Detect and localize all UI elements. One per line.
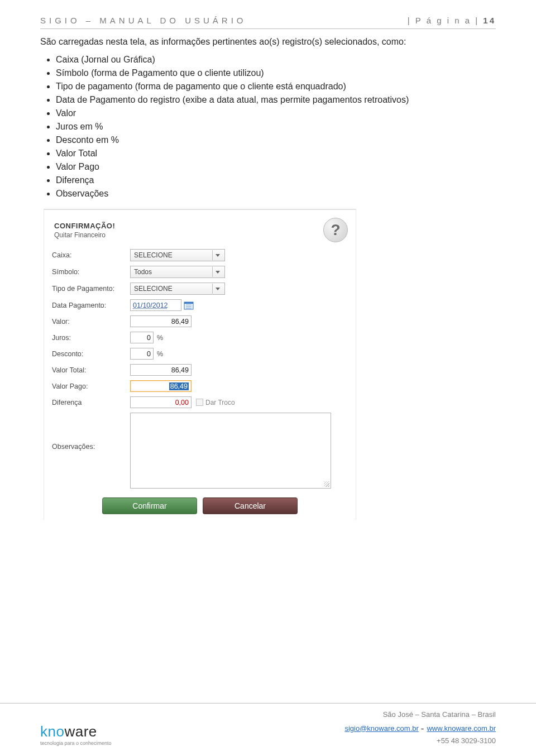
label-caixa: Caixa:	[52, 251, 130, 259]
dar-troco-checkbox[interactable]: Dar Troco	[196, 399, 235, 406]
list-item: Valor Pago	[56, 162, 496, 172]
chevron-down-icon	[216, 254, 220, 257]
page-header: SIGIO – MANUAL DO USUÁRIO | P á g i n a …	[40, 16, 496, 29]
label-valor: Valor:	[52, 318, 130, 326]
valor-pago-value: 86,49	[169, 382, 189, 390]
checkbox-icon	[196, 399, 203, 406]
percent-label: %	[157, 350, 163, 358]
calendar-icon[interactable]	[184, 300, 194, 310]
caixa-select-value: SELECIONE	[134, 251, 173, 259]
header-page-number: 14	[483, 16, 496, 25]
label-simbolo: Símbolo:	[52, 268, 130, 276]
chevron-down-icon	[216, 288, 220, 290]
confirmar-button[interactable]: Confirmar	[102, 497, 197, 514]
dar-troco-label: Dar Troco	[205, 399, 235, 406]
list-item: Diferença	[56, 175, 496, 185]
form-title: CONFIRMAÇÃO!	[54, 222, 115, 230]
simbolo-select[interactable]: Todos	[130, 266, 225, 278]
footer-address: São José – Santa Catarina – Brasil	[344, 709, 496, 720]
confirmation-form: CONFIRMAÇÃO! Quitar Financeiro ? Caixa: …	[44, 209, 356, 520]
diferenca-value: 0,00	[130, 396, 192, 408]
list-item: Símbolo (forma de Pagamento que o client…	[56, 68, 496, 78]
brand-part2: ware	[64, 723, 97, 740]
field-list: Caixa (Jornal ou Gráfica) Símbolo (forma…	[56, 55, 496, 199]
tipo-pagamento-select[interactable]: SELECIONE	[130, 283, 225, 295]
brand-logo: knoware tecnologia para o conhecimento	[40, 723, 112, 746]
list-item: Juros em %	[56, 122, 496, 132]
label-valor-pago: Valor Pago:	[52, 382, 130, 390]
footer-site-link[interactable]: www.knoware.com.br	[427, 724, 496, 733]
caixa-select[interactable]: SELECIONE	[130, 249, 225, 261]
chevron-down-icon	[216, 271, 220, 274]
form-subtitle: Quitar Financeiro	[54, 231, 115, 239]
footer-separator: -	[420, 723, 427, 734]
brand-part1: kno	[40, 723, 64, 740]
footer-email-link[interactable]: sigio@knoware.com.br	[344, 724, 418, 733]
observacoes-textarea[interactable]	[130, 413, 331, 489]
juros-input[interactable]: 0	[130, 332, 154, 343]
tipo-select-value: SELECIONE	[134, 285, 173, 293]
brand-tagline: tecnologia para o conhecimento	[40, 740, 112, 746]
list-item: Data de Pagamento do registro (exibe a d…	[56, 95, 496, 105]
header-title: SIGIO – MANUAL DO USUÁRIO	[40, 16, 247, 25]
page-footer: knoware tecnologia para o conhecimento S…	[0, 703, 536, 756]
valor-pago-input[interactable]: 86,49	[130, 380, 192, 392]
label-juros: Juros:	[52, 334, 130, 342]
resize-handle-icon[interactable]	[324, 481, 329, 487]
label-observacoes: Observações:	[52, 443, 130, 451]
valor-total-input[interactable]: 86,49	[130, 364, 192, 376]
valor-input[interactable]: 86,49	[130, 315, 192, 327]
header-page: | P á g i n a | 14	[408, 16, 496, 25]
list-item: Caixa (Jornal ou Gráfica)	[56, 55, 496, 65]
label-tipo: Tipo de Pagamento:	[52, 285, 130, 293]
list-item: Valor Total	[56, 149, 496, 159]
desconto-input[interactable]: 0	[130, 348, 154, 360]
label-data: Data Pagamento:	[52, 302, 130, 309]
label-valor-total: Valor Total:	[52, 366, 130, 374]
help-icon[interactable]: ?	[323, 218, 348, 242]
data-pagamento-input[interactable]: 01/10/2012	[130, 299, 181, 311]
list-item: Desconto em %	[56, 135, 496, 145]
simbolo-select-value: Todos	[134, 268, 152, 276]
list-item: Tipo de pagamento (forma de pagamento qu…	[56, 82, 496, 92]
footer-phone: +55 48 3029-3100	[344, 735, 496, 747]
list-item: Observações	[56, 189, 496, 199]
intro-text: São carregadas nesta tela, as informaçõe…	[40, 37, 496, 47]
label-diferenca: Diferença	[52, 399, 130, 406]
label-desconto: Desconto:	[52, 350, 130, 358]
list-item: Valor	[56, 108, 496, 118]
cancelar-button[interactable]: Cancelar	[203, 497, 298, 514]
svg-rect-1	[184, 302, 193, 304]
percent-label: %	[157, 334, 163, 342]
header-page-label: | P á g i n a |	[408, 16, 484, 25]
